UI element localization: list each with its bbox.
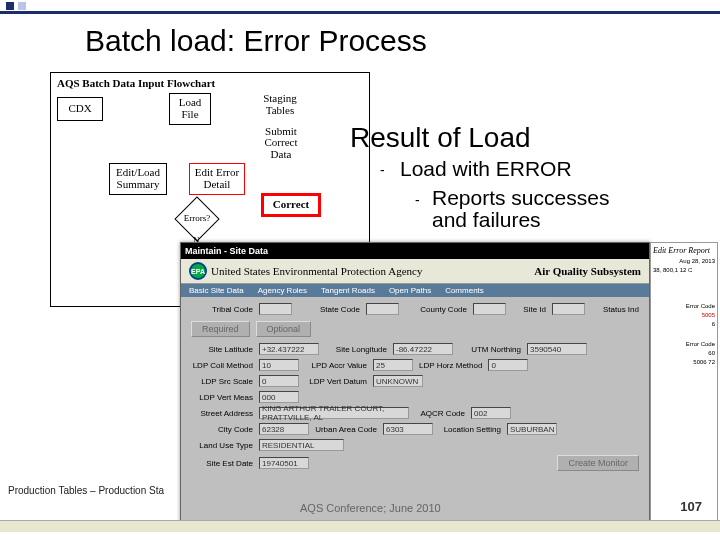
input-est[interactable]: 19740501 xyxy=(259,457,309,469)
flow-errors-decision: Errors? N xyxy=(175,213,219,243)
label-hmeth: LDP Horz Method xyxy=(419,361,482,370)
label-tribal: Tribal Code xyxy=(191,305,253,314)
flow-staging: Staging Tables xyxy=(256,91,304,119)
epa-logo-icon: EPA xyxy=(189,262,207,280)
page-title: Batch load: Error Process xyxy=(0,14,720,72)
label-vmeas: LDP Vert Meas xyxy=(191,393,253,402)
label-addr: Street Address xyxy=(191,409,253,418)
bullet-dash: - xyxy=(415,192,420,208)
tab-basic[interactable]: Basic Site Data xyxy=(189,286,244,295)
label-lon: Site Longitude xyxy=(325,345,387,354)
flow-load: Load File xyxy=(169,93,211,125)
label-county: County Code xyxy=(405,305,467,314)
label-state: State Code xyxy=(298,305,360,314)
input-acc[interactable]: 25 xyxy=(373,359,413,371)
flow-correct: Correct xyxy=(261,193,321,217)
label-status: Status Ind xyxy=(591,305,639,314)
input-city[interactable]: 62328 xyxy=(259,423,309,435)
subsystem-label: Air Quality Subsystem xyxy=(534,265,641,277)
input-land[interactable]: RESIDENTIAL xyxy=(259,439,344,451)
input-vmeas[interactable]: 000 xyxy=(259,391,299,403)
page-number: 107 xyxy=(680,499,702,514)
input-lon[interactable]: -86.47222 xyxy=(393,343,453,355)
tab-openpaths[interactable]: Open Paths xyxy=(389,286,431,295)
report-val: 5006 72 xyxy=(653,359,715,365)
input-state[interactable] xyxy=(366,303,399,315)
label-src: LDP Src Scale xyxy=(191,377,253,386)
report-label: Error Code xyxy=(653,303,715,309)
window-titlebar: Maintain - Site Data xyxy=(181,243,649,259)
report-val: 6 xyxy=(653,321,715,327)
create-monitor-button[interactable]: Create Monitor xyxy=(557,455,639,471)
flow-cdx: CDX xyxy=(57,97,103,121)
taskbar xyxy=(0,520,720,532)
input-uar[interactable]: 6303 xyxy=(383,423,433,435)
report-row: 38, 800,1 12 C xyxy=(653,267,715,273)
flow-heading: AQS Batch Data Input Flowchart xyxy=(51,73,369,93)
error-report-preview: Edit Error Report Aug 28, 2013 38, 800,1… xyxy=(650,242,718,524)
app-header: EPA United States Environmental Protecti… xyxy=(181,259,649,284)
tab-agency[interactable]: Agency Roles xyxy=(258,286,307,295)
label-utm: UTM Northing xyxy=(459,345,521,354)
input-lat[interactable]: +32.437222 xyxy=(259,343,319,355)
input-coll[interactable]: 10 xyxy=(259,359,299,371)
report-val: 60 xyxy=(653,350,715,356)
flow-edit-error: Edit Error Detail xyxy=(189,163,245,195)
flow-editload: Edit/Load Summary xyxy=(109,163,167,195)
result-line1: Load with ERROR xyxy=(400,157,572,181)
input-siteid[interactable] xyxy=(552,303,585,315)
input-hmeth[interactable]: 0 xyxy=(488,359,528,371)
flow-submit: Submit Correct Data xyxy=(253,121,309,165)
label-city: City Code xyxy=(191,425,253,434)
tab-comments[interactable]: Comments xyxy=(445,286,484,295)
input-setting[interactable]: SUBURBAN xyxy=(507,423,557,435)
bullet-dash: - xyxy=(380,162,385,178)
tab-tangent[interactable]: Tangent Roads xyxy=(321,286,375,295)
app-tabs: Basic Site Data Agency Roles Tangent Roa… xyxy=(181,284,649,297)
report-title: Edit Error Report xyxy=(653,246,715,255)
footer-left: Production Tables – Production Sta xyxy=(8,485,164,496)
result-heading: Result of Load xyxy=(350,122,531,154)
label-land: Land Use Type xyxy=(191,441,253,450)
footer-conference: AQS Conference; June 2010 xyxy=(300,502,441,514)
input-utm[interactable]: 3590540 xyxy=(527,343,587,355)
label-aqcr: AQCR Code xyxy=(415,409,465,418)
label-siteid: Site Id xyxy=(512,305,546,314)
report-val: 5005 xyxy=(653,312,715,318)
input-vdat[interactable]: UNKNOWN xyxy=(373,375,423,387)
tab-optional[interactable]: Optional xyxy=(256,321,312,337)
label-vdat: LDP Vert Datum xyxy=(305,377,367,386)
app-window: Maintain - Site Data EPA United States E… xyxy=(180,242,650,524)
label-coll: LDP Coll Method xyxy=(191,361,253,370)
report-label: Error Code xyxy=(653,341,715,347)
input-addr[interactable]: KING ARTHUR TRAILER COURT, PRATTVILLE, A… xyxy=(259,407,409,419)
label-acc: LPD Accr Value xyxy=(305,361,367,370)
input-src[interactable]: 0 xyxy=(259,375,299,387)
label-setting: Location Setting xyxy=(439,425,501,434)
input-county[interactable] xyxy=(473,303,506,315)
label-est: Site Est Date xyxy=(191,459,253,468)
result-line2: Reports successes and failures xyxy=(432,187,609,231)
tab-required[interactable]: Required xyxy=(191,321,250,337)
input-aqcr[interactable]: 002 xyxy=(471,407,511,419)
label-uar: Urban Area Code xyxy=(315,425,377,434)
brand-text: United States Environmental Protection A… xyxy=(211,265,422,277)
label-lat: Site Latitude xyxy=(191,345,253,354)
report-date: Aug 28, 2013 xyxy=(653,258,715,264)
input-tribal[interactable] xyxy=(259,303,292,315)
